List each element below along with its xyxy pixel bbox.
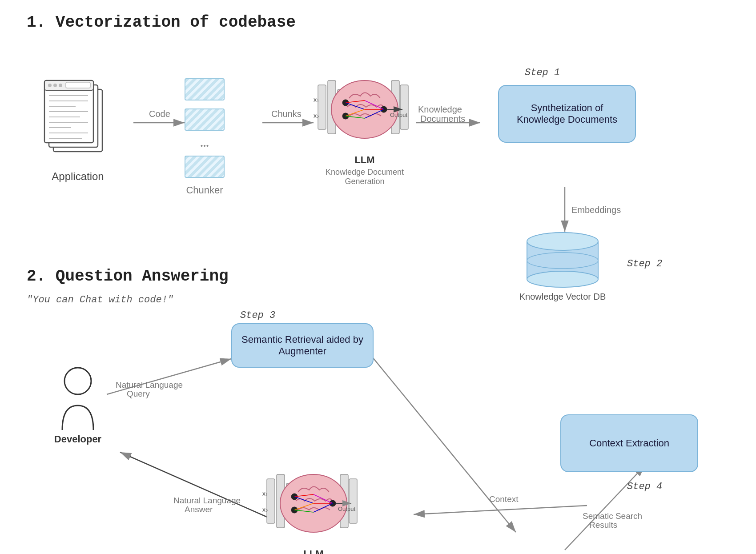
svg-text:Natural Language: Natural Language: [173, 496, 241, 505]
svg-line-56: [365, 348, 516, 532]
kdg-label: Knowledge Document Generation: [326, 168, 404, 186]
step2-label: Step 2: [627, 258, 662, 269]
llm-brain-2: x₁ x₂ Output LLM Design Final Answer: [262, 461, 365, 554]
svg-point-17: [59, 84, 62, 87]
chunk-box-3: [185, 156, 225, 178]
developer-icon: Developer: [49, 363, 107, 445]
section2-subtitle: "You can Chat with code!": [27, 294, 729, 305]
svg-rect-66: [267, 479, 275, 523]
svg-line-60: [414, 506, 587, 514]
svg-text:x₁: x₁: [262, 490, 268, 497]
synthetization-box: Synthetization of Knowledge Documents: [498, 85, 636, 143]
step4-label: Step 4: [627, 481, 662, 492]
step1-label: Step 1: [525, 67, 560, 78]
svg-text:x₂: x₂: [262, 506, 268, 513]
knowledge-vector-db: [514, 232, 616, 291]
context-extraction-box: Context Extraction: [560, 414, 698, 472]
svg-text:Documents: Documents: [420, 114, 465, 124]
svg-text:Knowledge: Knowledge: [418, 104, 462, 114]
chunker-group: ... Chunker: [185, 76, 225, 196]
section1-diagram: Code Chunks Knowledge Documents Embeddin…: [27, 40, 729, 254]
svg-text:Results: Results: [589, 520, 617, 530]
svg-line-62: [120, 452, 271, 519]
svg-text:Chunks: Chunks: [271, 109, 302, 119]
svg-rect-18: [66, 82, 90, 88]
svg-text:Output: Output: [338, 506, 355, 512]
step3-label: Step 3: [240, 310, 275, 321]
section2-diagram: Natural Language Query Sematic Search Re…: [27, 319, 729, 554]
chunker-label: Chunker: [185, 185, 225, 196]
svg-point-51: [527, 271, 598, 287]
svg-point-49: [527, 233, 598, 250]
svg-text:Natural Language: Natural Language: [116, 380, 183, 389]
svg-text:Sematic Search: Sematic Search: [583, 511, 642, 521]
llm-label-1: LLM: [354, 154, 374, 166]
llm-label-2: LLM: [303, 548, 323, 554]
application-icon: Application: [40, 76, 116, 183]
svg-line-53: [107, 359, 231, 394]
svg-point-16: [53, 84, 57, 87]
chunk-box-2: [185, 108, 225, 131]
llm-brain-1: x₁ x₂ Output LLM Knowledge Document Gene…: [314, 67, 416, 186]
kvdb-label: Knowledge Vector DB: [507, 292, 618, 302]
svg-text:Output: Output: [390, 112, 407, 118]
svg-point-65: [64, 368, 91, 394]
svg-point-15: [48, 84, 52, 87]
svg-text:Code: Code: [149, 109, 170, 119]
svg-line-57: [565, 466, 645, 550]
application-label: Application: [40, 170, 116, 183]
semantic-retrieval-box: Semantic Retrieval aided by Augmenter: [231, 323, 374, 368]
svg-text:x₂: x₂: [314, 112, 319, 119]
chunk-box-1: [185, 78, 225, 100]
svg-text:Query: Query: [127, 389, 150, 398]
svg-rect-69: [349, 479, 357, 523]
developer-label: Developer: [54, 434, 101, 445]
section2-title: 2. Question Answering: [27, 267, 729, 285]
svg-rect-31: [400, 85, 408, 129]
svg-text:Answer: Answer: [185, 505, 213, 514]
main-container: 1. Vectorization of codebase Code Chunks: [0, 0, 756, 554]
section1-title: 1. Vectorization of codebase: [27, 13, 729, 32]
svg-rect-28: [318, 85, 326, 129]
svg-text:x₁: x₁: [314, 96, 319, 103]
svg-text:Context: Context: [489, 494, 519, 504]
svg-text:Embeddings: Embeddings: [571, 205, 621, 215]
